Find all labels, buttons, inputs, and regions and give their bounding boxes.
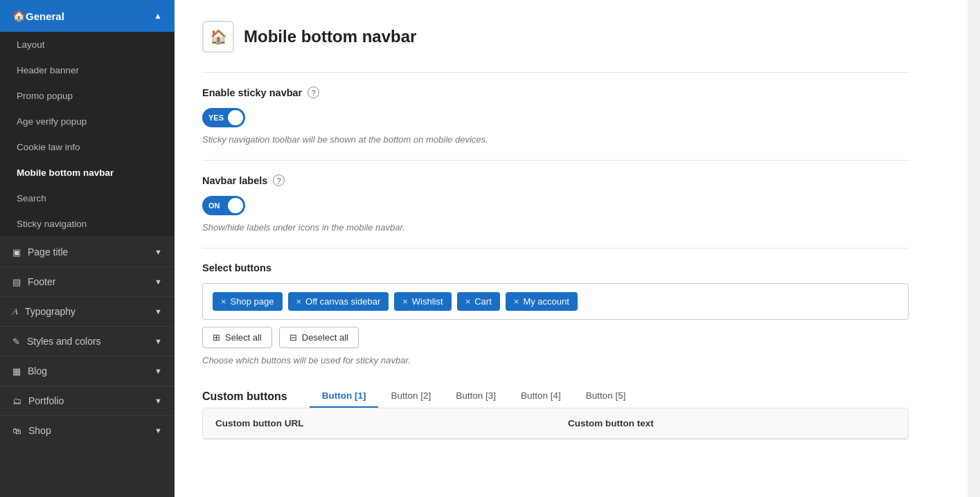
custom-table: Custom button URL Custom button text [202,408,909,440]
select-buttons-setting: Select buttons × Shop page × Off canvas … [202,262,909,365]
portfolio-icon: 🗂 [12,396,21,406]
chevron-down-icon: ▼ [154,248,162,256]
shop-icon: 🛍 [12,426,21,436]
sidebar-section-footer[interactable]: ▤ Footer ▼ [0,266,175,296]
divider [202,160,909,161]
deselect-all-label: Deselect all [302,332,348,343]
sidebar-section-blog[interactable]: ▦ Blog ▼ [0,356,175,386]
tab-button-4[interactable]: Button [4] [508,385,573,408]
tab-label: Button [2] [391,390,431,401]
sidebar-section-styles-colors[interactable]: ✎ Styles and colors ▼ [0,326,175,356]
sidebar-item-mobile-navbar[interactable]: Mobile bottom navbar [0,160,175,186]
enable-sticky-toggle[interactable]: YES [202,108,245,127]
sidebar-section-portfolio[interactable]: 🗂 Portfolio ▼ [0,386,175,415]
toggle-knob [228,110,243,125]
sidebar-item-label: Cookie law info [17,142,80,152]
page-header: 🏠 Mobile bottom navbar [202,21,909,53]
sidebar-section-page-title[interactable]: ▣ Page title ▼ [0,237,175,266]
tag-label: My account [523,296,569,307]
sidebar-section-label: Portfolio [28,395,64,406]
page-title: Mobile bottom navbar [244,27,416,46]
page-title-icon: ▣ [12,247,21,257]
sidebar-section-shop[interactable]: 🛍 Shop ▼ [0,415,175,445]
sidebar-section-label: Footer [28,276,55,287]
table-col-text: Custom button text [555,408,908,438]
action-buttons: ⊞ Select all ⊟ Deselect all [202,327,909,348]
sidebar-section-typography[interactable]: A Typography ▼ [0,296,175,326]
navbar-labels-help-icon[interactable]: ? [273,174,285,186]
sidebar-item-promo-popup[interactable]: Promo popup [0,83,175,109]
sidebar-general-sub: Layout Header banner Promo popup Age ver… [0,32,175,237]
chevron-down-icon: ▼ [154,307,162,316]
tag-off-canvas-sidebar[interactable]: × Off canvas sidebar [288,292,389,311]
navbar-labels-toggle-wrap: ON [202,196,909,215]
toggle-knob [228,198,243,213]
navbar-labels-setting: Navbar labels ? ON Show/hide labels unde… [202,174,909,233]
tag-label: Cart [474,296,492,307]
sidebar: 🏠 General ▲ Layout Header banner Promo p… [0,0,175,497]
custom-buttons-section: Custom buttons Button [1] Button [2] But… [202,385,909,440]
divider [202,248,909,248]
chevron-down-icon: ▼ [154,337,162,345]
chevron-down-icon: ▼ [154,397,162,405]
enable-sticky-desc: Sticky navigation toolbar will be shown … [202,134,909,145]
enable-sticky-label: Enable sticky navbar ? [202,87,909,98]
sidebar-section-label: Blog [28,365,47,377]
remove-icon: × [221,296,226,307]
tab-list: Button [1] Button [2] Button [3] Button … [310,385,639,408]
tab-button-5[interactable]: Button [5] [573,385,639,408]
select-all-button[interactable]: ⊞ Select all [202,327,272,348]
navbar-labels-toggle[interactable]: ON [202,196,245,215]
sidebar-item-label: Search [17,193,46,204]
enable-sticky-toggle-wrap: YES [202,108,909,127]
tag-label: Shop page [231,296,274,307]
sidebar-item-layout[interactable]: Layout [0,32,175,57]
enable-sticky-help-icon[interactable]: ? [308,87,319,98]
select-buttons-box: × Shop page × Off canvas sidebar × Wishl… [202,283,909,320]
sidebar-item-sticky-nav[interactable]: Sticky navigation [0,211,175,237]
sidebar-general-header[interactable]: 🏠 General ▲ [0,0,175,32]
sidebar-item-age-verify[interactable]: Age verify popup [0,109,175,134]
chevron-up-icon: ▲ [154,11,162,21]
tab-label: Button [4] [521,390,561,401]
sidebar-item-label: Layout [17,39,45,50]
sidebar-section-label: Shop [28,425,51,436]
sidebar-section-label: Page title [28,246,68,257]
col-text-label: Custom button text [568,418,654,428]
select-buttons-desc: Choose which buttons will be used for st… [202,355,909,365]
table-header: Custom button URL Custom button text [203,408,908,439]
tab-label: Button [3] [456,390,496,401]
chevron-down-icon: ▼ [154,278,162,286]
select-all-label: Select all [225,332,262,343]
styles-icon: ✎ [12,336,20,347]
enable-sticky-setting: Enable sticky navbar ? YES Sticky naviga… [202,87,909,145]
tab-label: Button [1] [322,390,366,401]
custom-buttons-title: Custom buttons [202,390,287,403]
tag-cart[interactable]: × Cart [457,292,500,311]
remove-icon: × [296,296,302,307]
tag-label: Wishlist [412,296,443,307]
home-icon: 🏠 [12,10,26,22]
tab-button-1[interactable]: Button [1] [310,385,379,408]
deselect-all-icon: ⊟ [289,332,297,343]
sidebar-item-label: Header banner [17,65,79,75]
table-col-url: Custom button URL [203,408,555,438]
tag-shop-page[interactable]: × Shop page [213,292,283,311]
sidebar-section-label: Styles and colors [27,336,101,347]
main-content: 🏠 Mobile bottom navbar Enable sticky nav… [175,0,968,497]
navbar-labels-label: Navbar labels ? [202,174,909,186]
blog-icon: ▦ [12,366,21,377]
tab-button-3[interactable]: Button [3] [443,385,508,408]
toggle-label: ON [208,201,220,210]
sidebar-item-label: Sticky navigation [17,219,87,229]
deselect-all-button[interactable]: ⊟ Deselect all [279,327,359,348]
sidebar-item-cookie-law[interactable]: Cookie law info [0,134,175,160]
tag-wishlist[interactable]: × Wishlist [394,292,451,311]
tag-label: Off canvas sidebar [305,296,380,307]
sidebar-item-label: Age verify popup [17,116,87,127]
tag-my-account[interactable]: × My account [506,292,578,311]
sidebar-item-header-banner[interactable]: Header banner [0,57,175,83]
footer-icon: ▤ [12,277,21,287]
sidebar-item-search[interactable]: Search [0,186,175,211]
tab-button-2[interactable]: Button [2] [378,385,443,408]
